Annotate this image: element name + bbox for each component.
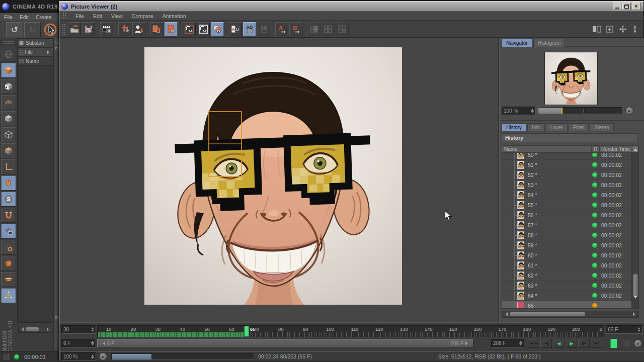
hscroll-thumb[interactable] <box>510 312 585 316</box>
sound-disabled-icon[interactable] <box>623 340 630 347</box>
zoom-slider[interactable] <box>538 107 622 114</box>
live-selection-tool-button[interactable] <box>42 22 59 37</box>
close-button[interactable]: × <box>632 3 640 10</box>
viewport-solo-icon[interactable] <box>1 175 16 191</box>
range-start-stepper[interactable] <box>90 341 94 345</box>
scroll-up-button[interactable] <box>632 146 638 152</box>
viewport-tab-label[interactable]: P <box>54 46 59 51</box>
timeline-ruler[interactable]: 65 1020304050607080901001101201301401501… <box>97 325 604 337</box>
polygons-mode-icon[interactable] <box>1 143 16 158</box>
snap-settings-icon[interactable]: S <box>1 192 16 207</box>
history-hscrollbar[interactable] <box>502 311 639 318</box>
compare-ab-button[interactable] <box>211 22 224 36</box>
resize-vertical-icon[interactable] <box>631 25 638 33</box>
history-row[interactable]: 64 *00:00:02 <box>502 291 631 301</box>
scroll-right-icon[interactable] <box>47 327 51 331</box>
texture-mode-icon[interactable] <box>1 79 16 94</box>
history-row[interactable]: 51 *00:00:02 <box>502 160 631 170</box>
toolbar-grip[interactable] <box>62 24 66 35</box>
remove-image-button[interactable] <box>165 22 178 36</box>
range-end-stepper[interactable] <box>518 341 522 345</box>
render-movie-button[interactable] <box>100 22 113 36</box>
points-mode-icon[interactable] <box>1 111 16 126</box>
pv-menu-compare[interactable]: Compare <box>132 13 153 19</box>
history-row[interactable]: 53 *00:00:02 <box>502 180 631 190</box>
scroll-left-icon[interactable] <box>20 327 24 331</box>
scroll-down-button[interactable] <box>634 299 637 308</box>
statusbar-zoom-stepper[interactable] <box>90 354 94 359</box>
split-pane-icon[interactable] <box>592 25 601 33</box>
pv-menu-view[interactable]: View <box>111 13 123 19</box>
scroll-thumb[interactable] <box>26 327 39 331</box>
image-canvas[interactable] <box>59 38 499 322</box>
current-frame-field[interactable]: 65 F <box>606 325 642 334</box>
history-row[interactable]: 59 *00:00:02 <box>502 240 631 250</box>
edges-mode-icon[interactable] <box>1 127 16 142</box>
picture-viewer-titlebar[interactable]: Picture Viewer (2) × <box>59 2 643 12</box>
zoom-stepper[interactable] <box>529 109 534 113</box>
hscroll-right-icon[interactable] <box>633 312 637 316</box>
history-row[interactable]: 56 *00:00:02 <box>502 210 631 220</box>
substance-panel-hscrollbar[interactable] <box>18 326 52 333</box>
history-vscrollbar[interactable] <box>632 153 639 309</box>
set-as-b-button[interactable]: B <box>289 22 302 36</box>
maximize-button[interactable] <box>622 3 631 10</box>
compare-set-a-button[interactable] <box>183 22 196 36</box>
tab-layer[interactable]: Layer <box>546 123 568 131</box>
tab-stereo[interactable]: Stereo <box>590 123 613 131</box>
frame-stepper[interactable] <box>636 327 640 332</box>
axis-mode-icon[interactable] <box>1 159 16 174</box>
play-forward-button[interactable]: ► <box>566 339 577 348</box>
globe-tool-icon[interactable] <box>1 47 16 62</box>
workplane-icon[interactable] <box>1 95 16 110</box>
main-menu-edit[interactable]: Edit <box>20 14 29 20</box>
history-row[interactable]: 60 *00:00:02 <box>502 250 631 260</box>
surface-tool-icon[interactable] <box>1 272 16 287</box>
history-row[interactable]: 63 *00:00:02 <box>502 281 631 291</box>
preview-start-stepper[interactable] <box>90 327 94 332</box>
zoom-level-field[interactable]: 100 % <box>502 107 536 115</box>
history-row[interactable]: 65 <box>502 301 631 309</box>
name-column-header[interactable]: Name <box>18 57 53 66</box>
history-row[interactable]: 58 *00:00:02 <box>502 230 631 240</box>
main-menu-create[interactable]: Create <box>36 14 52 20</box>
planar-workplane-icon[interactable] <box>1 240 16 255</box>
history-row[interactable]: 55 *00:00:02 <box>502 200 631 210</box>
zoom-options-button[interactable]: ▸ <box>625 107 633 115</box>
add-pane-icon[interactable] <box>605 25 614 33</box>
history-row[interactable]: 52 *00:00:02 <box>502 170 631 180</box>
redo-button[interactable]: ↻ <box>24 22 41 37</box>
navigator-thumbnail[interactable] <box>545 52 597 105</box>
tab-histogram[interactable]: Histogram <box>533 39 566 47</box>
pv-menu-animation[interactable]: Animation <box>163 13 186 19</box>
next-key-button[interactable]: )► <box>578 339 590 348</box>
pv-menu-file[interactable]: File <box>75 13 84 19</box>
minimize-button[interactable] <box>613 3 621 10</box>
ab-option-3-button[interactable]: AB <box>336 22 349 36</box>
ab-compare-disabled-button[interactable]: AB <box>257 22 270 36</box>
substance-file-menu[interactable]: File <box>18 48 53 57</box>
ab-option-1-button[interactable]: AB <box>307 22 320 36</box>
ab-compare-sub-button[interactable]: AB <box>243 22 256 36</box>
history-row[interactable]: 62 *00:00:02 <box>502 270 631 281</box>
structure-tool-icon[interactable] <box>1 288 16 303</box>
tab-navigator[interactable]: Navigator <box>502 39 532 47</box>
open-file-button[interactable] <box>68 22 81 36</box>
history-row[interactable]: 57 *00:00:02 <box>502 220 631 230</box>
hscroll-left-icon[interactable] <box>504 312 508 316</box>
previous-key-button[interactable]: ◄( <box>540 339 552 348</box>
timeline-options-button[interactable]: ▸ <box>634 339 642 347</box>
undo-button[interactable]: ↺ <box>6 22 23 37</box>
magnet-tool-icon[interactable] <box>1 208 16 223</box>
zoom-slider-thumb[interactable] <box>538 108 561 114</box>
play-mode-film-icon[interactable] <box>610 339 617 348</box>
lock-workplane-icon[interactable] <box>1 224 16 239</box>
history-row[interactable]: 50 *00:00:02 <box>502 153 631 160</box>
vscroll-thumb[interactable] <box>633 274 638 297</box>
current-frame-marker[interactable] <box>244 326 249 337</box>
save-file-button[interactable]: ? <box>82 22 95 36</box>
column-render-time[interactable]: Render Time <box>600 146 632 152</box>
tab-info[interactable]: Info <box>527 123 545 131</box>
model-mode-icon[interactable] <box>1 63 16 78</box>
go-to-end-button[interactable]: ►| <box>591 339 602 348</box>
